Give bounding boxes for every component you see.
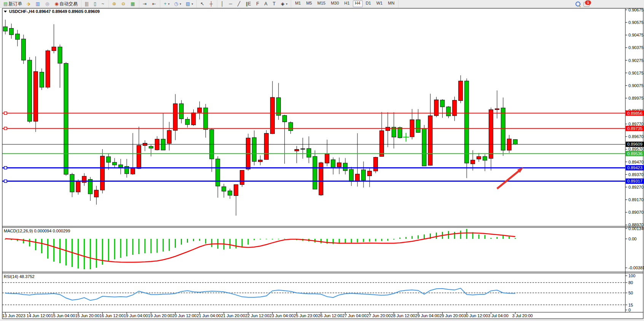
hline-drag-handle[interactable] — [4, 127, 7, 130]
macd-histogram-bar — [491, 238, 492, 239]
notifications-icon[interactable]: 1 — [583, 1, 591, 7]
fibonacci-button[interactable]: F — [254, 0, 261, 8]
macd-histogram-bar — [175, 239, 176, 248]
auto-scroll-button[interactable]: ⇥ — [141, 0, 149, 8]
macd-histogram-bar — [236, 239, 237, 248]
macd-histogram-bar — [41, 239, 42, 253]
trendline-button[interactable]: ╱ — [236, 0, 243, 8]
macd-histogram-bar — [59, 239, 61, 263]
horizontal-line-button[interactable]: ─ — [227, 0, 235, 8]
signals-button[interactable]: ◎ — [43, 0, 52, 8]
macd-axis-label: -0.00381 — [628, 265, 644, 270]
tile-windows-button[interactable]: ▦ — [129, 0, 137, 8]
periods-button[interactable]: ◷▾ — [172, 0, 183, 8]
macd-histogram-bar — [47, 239, 48, 259]
candle-body — [52, 47, 56, 51]
candle-body — [64, 63, 68, 174]
chart-shift-button[interactable]: ⇤ — [150, 0, 158, 8]
zoom-out-button[interactable]: ⊖ — [120, 0, 128, 8]
chart-bars-button[interactable]: ||| — [83, 0, 91, 8]
timeframe-mn-button[interactable]: MN — [386, 0, 397, 7]
chart-line-icon: ~ — [102, 0, 104, 7]
chart-canvas[interactable]: USDCHF-,H4 0.89647 0.89649 0.89605 0.896… — [0, 0, 644, 321]
macd-histogram-bar — [126, 239, 128, 256]
timeframe-w1-button[interactable]: W1 — [374, 0, 385, 7]
timeframe-m1-button[interactable]: M1 — [293, 0, 303, 7]
hline-drag-handle[interactable] — [4, 180, 7, 183]
macd-histogram-bar — [187, 239, 188, 243]
hline-drag-handle[interactable] — [4, 112, 7, 114]
candle-body — [428, 116, 432, 165]
templates-dropdown-caret[interactable]: ▾ — [191, 2, 193, 6]
timeframe-m30-button[interactable]: M30 — [328, 0, 341, 7]
price-axis-label: 0.89470 — [628, 160, 644, 164]
candle-body — [21, 39, 26, 60]
toolbar-right-group: 1 — [572, 0, 593, 8]
new-order-icon: ▤ — [3, 0, 8, 7]
macd-histogram-bar — [387, 239, 388, 241]
arrows-dropdown-caret[interactable]: ▾ — [286, 2, 287, 6]
candle-body — [313, 156, 317, 189]
timeframe-h1-button[interactable]: H1 — [342, 0, 352, 7]
macd-histogram-bar — [230, 239, 231, 249]
macd-histogram-bar — [169, 239, 170, 251]
autotrading-button[interactable]: ◉自动交易 — [53, 0, 79, 8]
timeframe-m5-button[interactable]: M5 — [304, 0, 314, 7]
timeframe-d1-button[interactable]: D1 — [363, 0, 373, 7]
candle-body — [27, 60, 32, 121]
candle-body — [337, 163, 341, 167]
date-axis-label: 20 Jun 12:00 — [172, 313, 197, 318]
candle-body — [228, 191, 232, 195]
date-axis-label: 3 Jul 20:00 — [512, 313, 533, 318]
search-icon[interactable] — [575, 2, 580, 6]
candle-body — [149, 146, 153, 148]
equidistant-channel-button[interactable]: ∥E — [244, 0, 253, 8]
candle-body — [343, 163, 348, 171]
price-badge-label: 0.89856 — [627, 111, 642, 116]
autotrading-label: 自动交易 — [59, 1, 78, 7]
price-badge-label: 0.89735 — [627, 126, 642, 131]
date-axis-label: 16 Jun 12:00 — [99, 313, 124, 318]
print-preview-button[interactable]: ⬗ — [25, 0, 33, 8]
candle-body — [325, 154, 329, 163]
chart-candles-button[interactable]: ▯ — [92, 0, 99, 8]
templates-button[interactable]: ▧▾ — [184, 0, 195, 8]
date-axis-label: 19 Jun 04:00 — [124, 313, 148, 318]
zoom-in-button[interactable]: ⊕ — [110, 0, 119, 8]
periods-dropdown-caret[interactable]: ▾ — [180, 2, 181, 6]
macd-histogram-bar — [266, 239, 267, 239]
candle-body — [191, 113, 196, 125]
indicators-icon: + — [164, 0, 166, 7]
macd-histogram-bar — [272, 239, 273, 240]
price-axis-label: 0.89975 — [628, 96, 644, 100]
indicators-dropdown-caret[interactable]: ▾ — [168, 2, 169, 6]
price-axis-label: 0.90575 — [628, 20, 644, 25]
timeframe-m15-button[interactable]: M15 — [315, 0, 328, 7]
price-axis-label: 0.89570 — [628, 147, 644, 151]
date-axis-label: 30 Jun 12:00 — [464, 313, 488, 318]
profiles-button[interactable]: ▥ — [34, 0, 43, 8]
crosshair-button[interactable]: ┼ — [207, 0, 215, 8]
indicators-button[interactable]: +▾ — [162, 0, 171, 8]
text-label-button[interactable]: T — [271, 0, 278, 8]
candle-body — [379, 131, 384, 157]
candle-body — [355, 174, 360, 182]
toolbar-group-6: │─╱∥EFAT◈▾ — [217, 0, 291, 8]
vertical-line-button[interactable]: │ — [219, 0, 226, 8]
text-button[interactable]: A — [263, 0, 270, 8]
timeframe-h4-button[interactable]: H4 — [353, 0, 363, 7]
date-axis-label: 15 Jun 04:00 — [51, 313, 75, 318]
chart-line-button[interactable]: ~ — [100, 0, 107, 8]
arrows-button[interactable]: ◈▾ — [279, 0, 289, 8]
candle-body — [94, 190, 99, 197]
hline-drag-handle[interactable] — [4, 167, 7, 169]
date-axis-label: 29 Jun 20:00 — [439, 313, 464, 318]
new-order-button[interactable]: ▤新订单 — [2, 0, 24, 8]
price-badge-label: 0.89317 — [627, 179, 642, 183]
cursor-button[interactable]: ↖ — [198, 0, 207, 8]
candle-body — [495, 109, 499, 110]
auto-scroll-icon: ⇥ — [143, 0, 147, 7]
rsi-axis-label: 50 — [628, 291, 633, 295]
candle-body — [331, 160, 335, 168]
candle-body — [398, 127, 402, 138]
